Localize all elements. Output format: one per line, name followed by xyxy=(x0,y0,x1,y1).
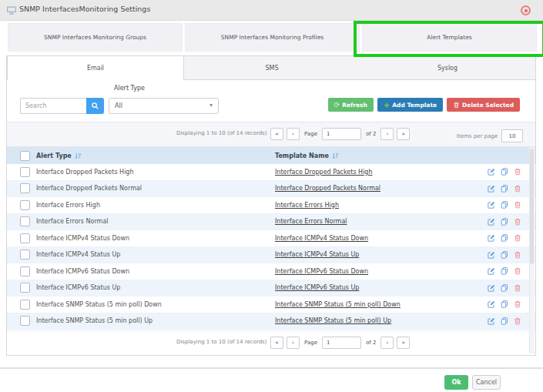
edit-icon[interactable] xyxy=(488,251,495,259)
snmp-settings-window: SNMP InterfacesMonitoring Settings SNMP … xyxy=(0,0,543,392)
copy-icon[interactable] xyxy=(501,284,508,292)
alert-type-dropdown[interactable]: All ▾ xyxy=(109,98,219,114)
alert-type-cell: Interface Errors High xyxy=(36,202,269,209)
delete-icon[interactable] xyxy=(514,201,521,209)
sort-icon[interactable] xyxy=(332,152,339,159)
row-checkbox[interactable] xyxy=(20,200,30,210)
alert-type-cell: Interface ICMPv4 Status Up xyxy=(36,251,269,258)
pager-bottom: « ‹ Page of 2 › » xyxy=(270,337,410,349)
delete-icon[interactable] xyxy=(514,317,521,325)
delete-icon[interactable] xyxy=(514,218,521,226)
edit-icon[interactable] xyxy=(488,234,495,242)
refresh-button[interactable]: ⟳ Refresh xyxy=(328,98,374,112)
sort-icon[interactable] xyxy=(75,152,82,159)
copy-icon[interactable] xyxy=(501,185,508,193)
tab-email[interactable]: Email xyxy=(7,56,184,79)
copy-icon[interactable] xyxy=(501,251,508,259)
row-checkbox[interactable] xyxy=(20,183,30,193)
row-checkbox[interactable] xyxy=(20,300,30,310)
delete-selected-button[interactable]: Delete Selected xyxy=(447,98,520,112)
first-page-button[interactable]: « xyxy=(270,337,283,349)
cancel-button[interactable]: Cancel xyxy=(472,375,501,390)
refresh-icon: ⟳ xyxy=(334,101,340,109)
edit-icon[interactable] xyxy=(488,168,495,176)
edit-icon[interactable] xyxy=(488,218,495,226)
ok-button[interactable]: Ok xyxy=(444,375,468,390)
last-page-button[interactable]: » xyxy=(397,337,410,349)
prev-page-button[interactable]: ‹ xyxy=(287,337,300,349)
tab-syslog[interactable]: Syslog xyxy=(360,56,535,79)
template-name-link[interactable]: Interface Dropped Packets High xyxy=(275,169,488,176)
delete-icon[interactable] xyxy=(514,234,521,242)
tab-snmp-monitoring-groups[interactable]: SNMP Interfaces Monitoring Groups xyxy=(8,23,183,52)
last-page-button[interactable]: » xyxy=(397,128,410,140)
page-number-input[interactable] xyxy=(322,337,361,349)
template-name-link[interactable]: Interface Errors High xyxy=(275,202,488,209)
prev-page-button[interactable]: ‹ xyxy=(287,128,300,140)
copy-icon[interactable] xyxy=(501,218,508,226)
tab-snmp-monitoring-profiles[interactable]: SNMP Interfaces Monitoring Profiles xyxy=(185,23,360,52)
search-input[interactable] xyxy=(20,98,87,114)
row-checkbox[interactable] xyxy=(20,266,30,276)
template-name-link[interactable]: Interface ICMPv4 Status Down xyxy=(275,235,488,242)
close-icon[interactable] xyxy=(521,5,531,15)
copy-icon[interactable] xyxy=(501,201,508,209)
page-number-input[interactable] xyxy=(322,128,361,140)
delete-icon[interactable] xyxy=(514,185,521,193)
chevron-down-icon: ▾ xyxy=(209,102,213,109)
delete-icon[interactable] xyxy=(514,168,521,176)
scrollbar-thumb[interactable] xyxy=(530,149,534,264)
edit-icon[interactable] xyxy=(488,201,495,209)
next-page-button[interactable]: › xyxy=(380,337,394,349)
table-body: Interface Dropped Packets High Interface… xyxy=(7,164,535,330)
delete-icon[interactable] xyxy=(514,251,521,259)
plus-icon: + xyxy=(384,101,390,109)
footer: Ok Cancel xyxy=(0,374,543,392)
alert-type-cell: Interface SNMP Status (5 min poll) Up xyxy=(36,317,269,324)
template-name-link[interactable]: Interface ICMPv6 Status Down xyxy=(275,268,488,275)
edit-icon[interactable] xyxy=(488,267,495,275)
row-checkbox[interactable] xyxy=(20,316,30,326)
row-checkbox[interactable] xyxy=(20,283,30,293)
copy-icon[interactable] xyxy=(501,267,508,275)
next-page-button[interactable]: › xyxy=(380,128,394,140)
template-name-link[interactable]: Interface ICMPv4 Status Up xyxy=(275,251,488,258)
template-name-link[interactable]: Interface Dropped Packets Normal xyxy=(275,185,488,192)
delete-icon[interactable] xyxy=(514,300,521,308)
edit-icon[interactable] xyxy=(488,300,495,308)
add-template-button[interactable]: + Add Template xyxy=(377,98,443,112)
select-all-checkbox[interactable] xyxy=(20,151,30,161)
table-row: Interface SNMP Status (5 min poll) Up In… xyxy=(7,313,535,330)
tab-sms[interactable]: SMS xyxy=(184,56,360,79)
copy-icon[interactable] xyxy=(501,317,508,325)
column-alert-type[interactable]: Alert Type xyxy=(36,152,72,159)
first-page-button[interactable]: « xyxy=(270,128,283,140)
template-name-link[interactable]: Interface Errors Normal xyxy=(275,218,488,225)
row-checkbox[interactable] xyxy=(20,167,30,177)
template-name-link[interactable]: Interface SNMP Status (5 min poll) Down xyxy=(275,301,488,308)
copy-icon[interactable] xyxy=(501,168,508,176)
row-checkbox[interactable] xyxy=(20,216,30,226)
copy-icon[interactable] xyxy=(501,300,508,308)
edit-icon[interactable] xyxy=(488,284,495,292)
page-label: Page xyxy=(304,340,317,346)
column-template-name[interactable]: Template Name xyxy=(275,152,329,159)
row-checkbox[interactable] xyxy=(20,233,30,243)
edit-icon[interactable] xyxy=(488,317,495,325)
template-name-link[interactable]: Interface ICMPv6 Status Up xyxy=(275,284,488,291)
table-row: Interface ICMPv4 Status Up Interface ICM… xyxy=(7,247,535,264)
delete-icon[interactable] xyxy=(514,284,521,292)
row-actions xyxy=(488,300,521,308)
copy-icon[interactable] xyxy=(501,234,508,242)
scrollbar[interactable] xyxy=(529,147,535,353)
delete-icon[interactable] xyxy=(514,267,521,275)
tab-alert-templates[interactable]: Alert Templates xyxy=(362,23,537,52)
items-per-page-input[interactable] xyxy=(501,129,523,142)
row-actions xyxy=(488,251,521,259)
pagination-bar-top: Displaying 1 to 10 (of 14 records) « ‹ P… xyxy=(7,122,535,147)
pagination-bar-bottom: Displaying 1 to 10 (of 14 records) « ‹ P… xyxy=(7,330,535,355)
row-checkbox[interactable] xyxy=(20,250,30,260)
edit-icon[interactable] xyxy=(488,185,495,193)
template-name-link[interactable]: Interface SNMP Status (5 min poll) Up xyxy=(275,317,488,324)
search-button[interactable] xyxy=(86,98,104,114)
